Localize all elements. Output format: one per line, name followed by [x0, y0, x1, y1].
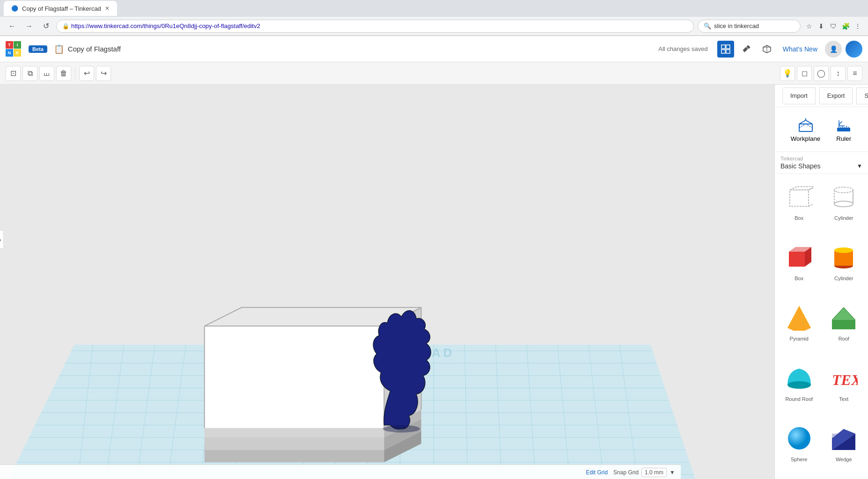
svg-point-81 [834, 201, 853, 207]
roof-icon [827, 301, 860, 334]
logo-n: N [6, 49, 13, 57]
select-all-btn[interactable]: ⊡ [6, 66, 21, 81]
sphere-icon [783, 422, 816, 455]
shapes-dropdown-icon[interactable]: ▼ [857, 163, 862, 169]
shield-icon[interactable]: 🛡 [829, 22, 838, 31]
svg-line-79 [809, 203, 813, 206]
shape-sphere[interactable]: Sphere [779, 419, 820, 476]
logo-t: T [6, 41, 13, 49]
svg-point-63 [383, 425, 420, 433]
cylinder-wireframe-icon [827, 181, 860, 213]
browser-tab[interactable]: 🔵 Copy of Flagstaff – Tinkercad ✕ [4, 1, 117, 16]
whats-new-btn[interactable]: What's New [779, 44, 821, 55]
browser-chrome: 🔵 Copy of Flagstaff – Tinkercad ✕ ← → ↺ … [0, 0, 868, 36]
download-icon[interactable]: ⬇ [817, 22, 826, 31]
doc-icon: 📋 [54, 44, 64, 54]
workplane-btn[interactable]: Workplane [785, 113, 826, 146]
svg-line-66 [806, 120, 812, 124]
view-persp-btn[interactable]: ◯ [814, 66, 829, 81]
hammer-btn[interactable] [738, 41, 755, 58]
svg-point-98 [788, 427, 810, 450]
svg-rect-4 [743, 47, 748, 52]
cylinder-solid-label: Cylinder [834, 276, 853, 281]
svg-line-65 [799, 120, 806, 124]
delete-btn[interactable]: 🗑 [56, 66, 71, 81]
shape-box-solid[interactable]: Box [779, 238, 820, 295]
box-wireframe-label: Box [794, 215, 803, 221]
star-icon[interactable]: ☆ [804, 22, 814, 31]
svg-marker-57 [205, 428, 384, 437]
svg-marker-84 [789, 252, 805, 267]
shape-wedge[interactable]: Wedge [824, 419, 865, 476]
redo-btn[interactable]: ↪ [96, 66, 111, 81]
logo-k: K [14, 49, 21, 57]
light-btn[interactable]: 💡 [780, 66, 795, 81]
beta-badge: Beta [29, 45, 47, 53]
url-input[interactable]: 🔒 https://www.tinkercad.com/things/0Ru1e… [56, 20, 694, 33]
hammer-icon [742, 44, 751, 54]
user-avatar[interactable] [846, 41, 862, 58]
menu-icon[interactable]: ⋮ [853, 22, 862, 31]
svg-line-77 [809, 187, 813, 190]
grid-view-btn[interactable] [717, 41, 734, 58]
shapes-title: Basic Shapes ▼ [780, 162, 862, 170]
ruler-btn[interactable]: Ruler [830, 113, 858, 146]
cylinder-solid-icon [827, 241, 860, 274]
duplicate-btn[interactable]: ⧉ [22, 66, 37, 81]
shape-text[interactable]: TEXT Text [824, 359, 865, 415]
svg-marker-91 [787, 306, 811, 331]
shapes-grid: Box Cylinder [775, 174, 868, 479]
snap-value[interactable]: 1.0 mm [641, 468, 667, 477]
grid-icon [721, 44, 730, 54]
tinkercad-logo: T I N K [6, 41, 21, 57]
align-btn[interactable]: ↕ [831, 66, 846, 81]
edit-grid-label[interactable]: Edit Grid [586, 469, 608, 476]
address-bar: ← → ↺ 🔒 https://www.tinkercad.com/things… [0, 17, 868, 36]
cylinder-wireframe-label: Cylinder [834, 215, 853, 221]
browser-icons: ☆ ⬇ 🛡 🧩 ⋮ [804, 22, 862, 31]
export-btn[interactable]: Export [819, 87, 853, 104]
shapes-header: Tinkercad Basic Shapes ▼ [775, 152, 868, 174]
mirror-btn[interactable]: ≡ [847, 66, 862, 81]
shape-cylinder-wireframe[interactable]: Cylinder [824, 178, 865, 234]
share-btn[interactable]: Share [856, 87, 868, 104]
saved-status: All changes saved [658, 45, 708, 52]
svg-rect-68 [837, 128, 850, 131]
svg-marker-93 [832, 307, 855, 320]
sphere-label: Sphere [791, 457, 807, 462]
search-input[interactable]: 🔍 slice in tinkercad [698, 20, 801, 33]
workplane-label: Workplane [791, 135, 820, 142]
forward-nav-btn[interactable]: → [22, 20, 36, 33]
3d-viewport: TINKERCAD [0, 85, 774, 479]
svg-rect-3 [726, 50, 730, 53]
shape-pyramid[interactable]: Pyramid [779, 298, 820, 355]
shape-roof[interactable]: Roof [824, 298, 865, 355]
undo-btn[interactable]: ↩ [79, 66, 94, 81]
pyramid-label: Pyramid [790, 336, 809, 341]
import-btn[interactable]: Import [782, 87, 816, 104]
svg-marker-55 [205, 437, 384, 450]
refresh-btn[interactable]: ↺ [39, 20, 52, 33]
snap-dropdown-icon[interactable]: ▼ [669, 469, 675, 476]
canvas-area[interactable]: 📄 BACK ⌂ ↻ ＋ － ↺ [0, 85, 774, 479]
right-panel: Import Export Share Workplane [774, 85, 868, 479]
doc-title[interactable]: Copy of Flagstaff [68, 45, 121, 53]
panel-tools: Workplane R [775, 107, 868, 152]
cube-icon [762, 44, 772, 54]
ruler-icon [835, 116, 852, 133]
round-roof-icon [783, 362, 816, 394]
shape-round-roof[interactable]: Round Roof [779, 359, 820, 415]
text-shape-icon: TEXT [827, 362, 860, 394]
tab-close-btn[interactable]: ✕ [105, 5, 110, 12]
group-btn[interactable]: ⧢ [39, 66, 54, 81]
user-icon[interactable]: 👤 [825, 41, 842, 58]
view-front-btn[interactable]: ◻ [797, 66, 812, 81]
ext-icon[interactable]: 🧩 [841, 22, 850, 31]
shape-box-wireframe[interactable]: Box [779, 178, 820, 234]
svg-rect-0 [721, 45, 725, 49]
cube-btn[interactable] [758, 41, 775, 58]
pyramid-icon [783, 301, 816, 334]
roof-label: Roof [839, 336, 849, 341]
shape-cylinder-solid[interactable]: Cylinder [824, 238, 865, 295]
back-nav-btn[interactable]: ← [6, 20, 19, 33]
